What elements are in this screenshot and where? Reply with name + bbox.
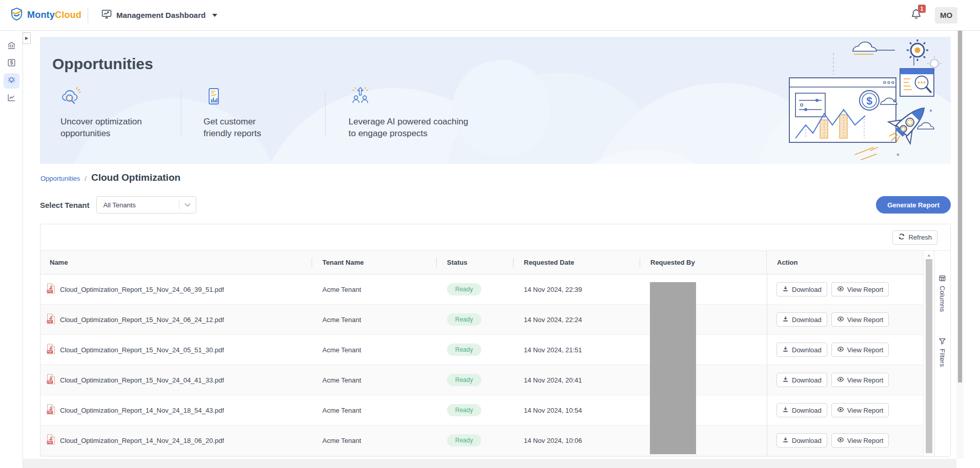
report-name: Cloud_Optimization_Report_15_Nov_24_04_4… bbox=[60, 376, 224, 384]
report-name: Cloud_Optimization_Report_15_Nov_24_06_3… bbox=[60, 286, 224, 293]
refresh-icon bbox=[898, 233, 905, 242]
svg-text:$: $ bbox=[10, 60, 13, 66]
download-button-label: Download bbox=[792, 407, 822, 414]
dashboard-switcher[interactable]: Management Dashboard bbox=[101, 9, 217, 21]
select-tenant-label: Select Tenant bbox=[40, 201, 89, 209]
breadcrumb: Opportunities / Cloud Optimization bbox=[40, 172, 180, 183]
table-scrollbar-thumb[interactable] bbox=[926, 259, 932, 453]
sidebar-item-home[interactable] bbox=[4, 38, 19, 54]
page-title: Opportunities bbox=[52, 55, 153, 73]
download-icon bbox=[782, 406, 789, 414]
report-name: Cloud_Optimization_Report_15_Nov_24_05_5… bbox=[60, 346, 224, 354]
column-header-name: Name bbox=[40, 251, 312, 274]
view-report-button-label: View Report bbox=[847, 376, 884, 384]
download-button[interactable]: Download bbox=[777, 312, 827, 327]
columns-tab[interactable]: Columns bbox=[938, 274, 946, 312]
refresh-button[interactable]: Refresh bbox=[892, 230, 937, 245]
page-scrollbar-track bbox=[956, 31, 964, 459]
table-header-row: Name Tenant Name Status Requested Date R… bbox=[40, 251, 923, 274]
feature-label: Uncover optimization opportunities bbox=[60, 116, 181, 139]
tenant-name: Acme Tenant bbox=[312, 407, 437, 414]
tenant-select[interactable]: All Tenants bbox=[96, 196, 196, 214]
view-report-button-label: View Report bbox=[847, 286, 884, 293]
pdf-file-icon: PDF bbox=[47, 283, 55, 295]
view-report-button-label: View Report bbox=[847, 316, 884, 324]
user-avatar[interactable]: MO bbox=[935, 7, 957, 24]
banner-illustration: $ bbox=[788, 39, 945, 164]
table-body: PDF Cloud_Optimization_Report_15_Nov_24_… bbox=[40, 274, 923, 456]
table-zone: Name Tenant Name Status Requested Date R… bbox=[40, 251, 950, 456]
filter-row: Select Tenant All Tenants Generate Repor… bbox=[40, 196, 951, 214]
svg-text:PDF: PDF bbox=[48, 290, 52, 293]
breadcrumb-opportunities-link[interactable]: Opportunities bbox=[40, 175, 80, 182]
view-report-button[interactable]: View Report bbox=[831, 343, 889, 357]
sidebar-item-billing[interactable]: $ bbox=[4, 56, 19, 71]
generate-report-button[interactable]: Generate Report bbox=[876, 196, 951, 214]
table-side-panel: Columns Filters bbox=[934, 251, 950, 456]
filters-tab-label: Filters bbox=[938, 349, 946, 367]
column-header-tenant-name: Tenant Name bbox=[312, 251, 437, 274]
pdf-file-icon: PDF bbox=[47, 313, 55, 326]
status-badge: Ready bbox=[447, 404, 481, 416]
feature-divider bbox=[181, 90, 181, 136]
report-chart-icon bbox=[203, 100, 224, 109]
download-icon bbox=[782, 315, 789, 324]
feature-ai-coaching: Leverage AI powered coaching to engage p… bbox=[349, 86, 502, 139]
download-button[interactable]: Download bbox=[777, 373, 827, 387]
download-button-label: Download bbox=[792, 437, 822, 444]
view-report-button[interactable]: View Report bbox=[831, 282, 889, 296]
view-report-button[interactable]: View Report bbox=[831, 312, 889, 327]
app-screen: MontyCloud Management Dashboard bbox=[0, 0, 980, 468]
lightbulb-icon bbox=[7, 75, 16, 87]
sidebar-item-opportunities[interactable] bbox=[4, 73, 19, 89]
report-name: Cloud_Optimization_Report_14_Nov_24_18_5… bbox=[60, 407, 224, 414]
top-bar: MontyCloud Management Dashboard bbox=[0, 0, 980, 31]
feature-label: Leverage AI powered coaching to engage p… bbox=[349, 116, 502, 139]
view-report-button[interactable]: View Report bbox=[831, 403, 889, 417]
eye-icon bbox=[837, 376, 844, 385]
download-button[interactable]: Download bbox=[777, 282, 827, 296]
sidebar-item-analytics[interactable] bbox=[4, 91, 19, 106]
chevron-down-icon bbox=[179, 203, 196, 207]
download-button[interactable]: Download bbox=[777, 433, 827, 448]
left-sidebar: $ bbox=[0, 31, 23, 468]
eye-icon bbox=[837, 406, 844, 415]
download-button[interactable]: Download bbox=[777, 343, 827, 357]
montycloud-logo[interactable]: MontyCloud bbox=[10, 7, 81, 23]
page-scrollbar-thumb[interactable] bbox=[958, 31, 962, 382]
table-row: PDF Cloud_Optimization_Report_14_Nov_24_… bbox=[40, 395, 923, 426]
status-badge: Ready bbox=[447, 434, 481, 446]
download-button-label: Download bbox=[792, 286, 822, 293]
requested-date: 14 Nov 2024, 22:39 bbox=[514, 286, 640, 293]
columns-grid-icon bbox=[938, 274, 946, 282]
sidebar-expand-button[interactable]: ▶ bbox=[23, 32, 31, 44]
download-button-label: Download bbox=[792, 346, 822, 354]
feature-label: Get customer friendly reports bbox=[203, 116, 316, 139]
pdf-file-icon: PDF bbox=[47, 344, 55, 356]
notifications-button[interactable]: 1 bbox=[911, 8, 922, 22]
tenant-name: Acme Tenant bbox=[312, 316, 437, 324]
column-header-status: Status bbox=[437, 251, 514, 274]
column-header-action: Action bbox=[767, 251, 923, 274]
download-icon bbox=[782, 346, 789, 354]
download-button[interactable]: Download bbox=[777, 403, 827, 417]
table-row: PDF Cloud_Optimization_Report_15_Nov_24_… bbox=[40, 305, 923, 335]
feature-divider bbox=[325, 90, 325, 136]
report-name: Cloud_Optimization_Report_15_Nov_24_06_2… bbox=[60, 316, 224, 324]
view-report-button[interactable]: View Report bbox=[831, 373, 889, 387]
svg-text:PDF: PDF bbox=[48, 321, 52, 323]
filters-tab[interactable]: Filters bbox=[938, 337, 946, 367]
download-icon bbox=[782, 436, 789, 444]
line-chart-icon bbox=[7, 93, 16, 104]
scroll-up-arrow[interactable]: ▲ bbox=[924, 253, 934, 258]
view-report-button[interactable]: View Report bbox=[831, 433, 889, 448]
eye-icon bbox=[837, 346, 844, 354]
bell-icon bbox=[911, 13, 922, 22]
eye-icon bbox=[837, 285, 844, 294]
horizontal-scrollbar-track[interactable] bbox=[23, 459, 956, 468]
table-row: PDF Cloud_Optimization_Report_15_Nov_24_… bbox=[40, 274, 923, 305]
download-icon bbox=[782, 376, 789, 384]
svg-text:PDF: PDF bbox=[48, 381, 52, 384]
view-report-button-label: View Report bbox=[847, 407, 884, 414]
notification-count-badge: 1 bbox=[918, 5, 926, 13]
